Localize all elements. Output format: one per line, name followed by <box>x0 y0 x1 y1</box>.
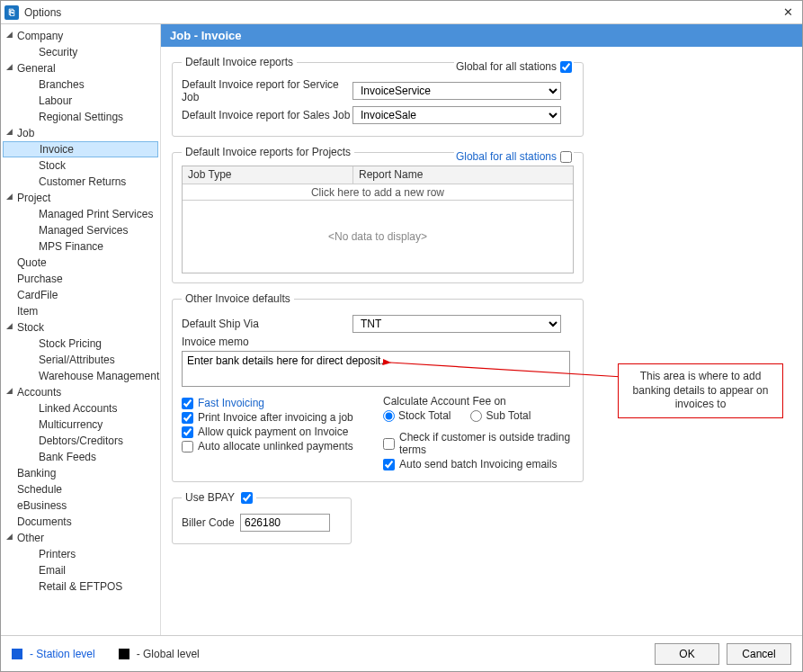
tree-general[interactable]: ◢General <box>3 60 158 76</box>
tree-ebusiness[interactable]: eBusiness <box>3 497 158 514</box>
tree-managed-print[interactable]: Managed Print Services <box>3 206 158 222</box>
fast-invoicing-checkbox[interactable] <box>182 398 193 409</box>
calc-fee-label: Calculate Account Fee on <box>383 395 574 408</box>
group-legend: Default Invoice reports <box>182 56 297 68</box>
service-job-report-select[interactable]: InvoiceService <box>352 82 561 100</box>
annotation-callout: This area is where to add banking detail… <box>618 363 783 418</box>
global-level-label: - Global level <box>137 648 200 660</box>
allow-quick-checkbox[interactable] <box>182 426 193 438</box>
chevron-down-icon: ◢ <box>6 192 15 201</box>
tree-mps-finance[interactable]: MPS Finance <box>3 238 158 255</box>
chevron-down-icon: ◢ <box>6 532 15 541</box>
invoice-memo-label: Invoice memo <box>182 336 249 348</box>
stock-total-label: Stock Total <box>398 409 451 422</box>
tree-job[interactable]: ◢Job <box>3 125 158 141</box>
tree-purchase[interactable]: Purchase <box>3 271 158 287</box>
tree-stock2[interactable]: ◢Stock <box>3 319 158 336</box>
chevron-down-icon: ◢ <box>6 30 15 39</box>
group-other-defaults: Other Invoice defaults Default Ship Via … <box>172 292 584 482</box>
chevron-down-icon: ◢ <box>6 321 15 330</box>
global-all-stations-checkbox[interactable] <box>560 61 572 73</box>
grid-header: Job Type Report Name <box>183 166 573 184</box>
sales-job-report-select[interactable]: InvoiceSale <box>352 106 561 124</box>
grid-add-row[interactable]: Click here to add a new row <box>183 184 573 201</box>
dialog-footer: - Station level - Global level OK Cancel <box>1 635 802 671</box>
sales-job-report-label: Default Invoice report for Sales Job <box>182 109 352 121</box>
tree-labour[interactable]: Labour <box>3 93 158 109</box>
auto-send-label: Auto send batch Invoicing emails <box>399 458 557 470</box>
sub-total-label: Sub Total <box>486 409 531 422</box>
cancel-button[interactable]: Cancel <box>727 643 791 665</box>
tree-accounts[interactable]: ◢Accounts <box>3 384 158 400</box>
ship-via-label: Default Ship Via <box>182 318 352 330</box>
tree-banking[interactable]: Banking <box>3 465 158 481</box>
tree-stock-pricing[interactable]: Stock Pricing <box>3 336 158 352</box>
print-after-checkbox[interactable] <box>182 412 193 424</box>
tree-multicurrency[interactable]: Multicurrency <box>3 417 158 433</box>
tree-stock[interactable]: Stock <box>3 157 158 174</box>
check-outside-checkbox[interactable] <box>383 438 395 450</box>
tree-warehouse[interactable]: Warehouse Management <box>3 368 158 384</box>
tree-serial[interactable]: Serial/Attributes <box>3 352 158 368</box>
col-job-type[interactable]: Job Type <box>183 166 353 184</box>
tree-printers[interactable]: Printers <box>3 546 158 562</box>
page-title: Job - Invoice <box>161 24 802 47</box>
auto-allocate-label: Auto allocate unlinked payments <box>198 440 353 452</box>
biller-code-input[interactable] <box>240 514 330 532</box>
allow-quick-label: Allow quick payment on Invoice <box>198 426 348 438</box>
tree-security[interactable]: Security <box>3 44 158 60</box>
fast-invoicing-label: Fast Invoicing <box>198 397 264 409</box>
tree-invoice[interactable]: Invoice <box>3 141 158 157</box>
service-job-report-label: Default Invoice report for Service Job <box>182 78 352 103</box>
tree-other[interactable]: ◢Other <box>3 530 158 546</box>
tree-linked-accounts[interactable]: Linked Accounts <box>3 400 158 417</box>
group-legend: Other Invoice defaults <box>182 292 294 305</box>
tree-schedule[interactable]: Schedule <box>3 481 158 497</box>
window-titlebar: ⎘ Options ✕ <box>1 1 802 24</box>
chevron-down-icon: ◢ <box>6 386 15 395</box>
group-bpay: Use BPAY Biller Code <box>172 491 352 544</box>
use-bpay-checkbox[interactable] <box>241 492 253 504</box>
stock-total-radio[interactable] <box>383 410 395 422</box>
app-icon: ⎘ <box>4 5 19 20</box>
ok-button[interactable]: OK <box>655 643 719 665</box>
tree-customer-returns[interactable]: Customer Returns <box>3 174 158 190</box>
options-tree: ◢Company Security ◢General Branches Labo… <box>1 24 161 635</box>
tree-regional[interactable]: Regional Settings <box>3 109 158 125</box>
auto-send-checkbox[interactable] <box>383 459 395 470</box>
sub-total-radio[interactable] <box>470 410 482 422</box>
tree-debtors[interactable]: Debtors/Creditors <box>3 433 158 449</box>
tree-quote[interactable]: Quote <box>3 255 158 271</box>
global-all-stations-label: Global for all stations <box>456 60 557 73</box>
tree-retail[interactable]: Retail & EFTPOS <box>3 578 158 595</box>
grid-nodata: <No data to display> <box>183 201 573 273</box>
project-reports-grid[interactable]: Job Type Report Name Click here to add a… <box>182 166 574 273</box>
tree-project[interactable]: ◢Project <box>3 190 158 206</box>
invoice-memo-textarea[interactable]: Enter bank details here for direct depos… <box>182 351 570 387</box>
tree-email[interactable]: Email <box>3 562 158 578</box>
close-button[interactable]: ✕ <box>777 4 799 22</box>
global-all-stations-checkbox-projects[interactable] <box>560 151 572 163</box>
station-level-swatch <box>12 649 22 659</box>
window-title: Options <box>24 6 777 19</box>
chevron-down-icon: ◢ <box>6 127 15 136</box>
group-project-reports: Default Invoice reports for Projects Glo… <box>172 146 584 283</box>
col-report-name[interactable]: Report Name <box>353 166 573 184</box>
tree-managed-services[interactable]: Managed Services <box>3 222 158 238</box>
biller-code-label: Biller Code <box>182 516 240 529</box>
global-level-swatch <box>119 649 129 659</box>
global-all-stations-link[interactable]: Global for all stations <box>456 150 557 163</box>
tree-cardfile[interactable]: CardFile <box>3 287 158 303</box>
tree-branches[interactable]: Branches <box>3 76 158 93</box>
group-legend: Use BPAY <box>182 491 256 504</box>
group-default-invoice-reports: Default Invoice reports Global for all s… <box>172 56 584 137</box>
tree-item[interactable]: Item <box>3 303 158 319</box>
group-legend: Default Invoice reports for Projects <box>182 146 354 158</box>
tree-company[interactable]: ◢Company <box>3 28 158 44</box>
print-after-label: Print Invoice after invoicing a job <box>198 411 353 424</box>
ship-via-select[interactable]: TNT <box>352 315 561 333</box>
auto-allocate-checkbox[interactable] <box>182 441 193 452</box>
tree-bank-feeds[interactable]: Bank Feeds <box>3 449 158 465</box>
tree-documents[interactable]: Documents <box>3 514 158 530</box>
check-outside-label: Check if customer is outside trading ter… <box>399 431 574 456</box>
